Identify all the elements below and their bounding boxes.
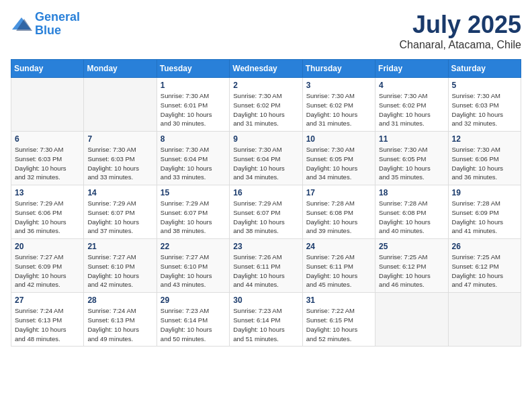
day-info: Sunrise: 7:23 AM Sunset: 6:14 PM Dayligh…	[161, 306, 226, 343]
logo: General Blue	[11, 11, 80, 38]
calendar-cell	[84, 78, 157, 132]
calendar-cell: 3Sunrise: 7:30 AM Sunset: 6:02 PM Daylig…	[302, 78, 375, 132]
calendar-cell: 2Sunrise: 7:30 AM Sunset: 6:02 PM Daylig…	[230, 78, 302, 132]
day-info: Sunrise: 7:24 AM Sunset: 6:13 PM Dayligh…	[87, 306, 152, 343]
calendar-cell: 14Sunrise: 7:29 AM Sunset: 6:07 PM Dayli…	[84, 185, 157, 239]
day-info: Sunrise: 7:30 AM Sunset: 6:06 PM Dayligh…	[452, 145, 517, 182]
calendar-table: SundayMondayTuesdayWednesdayThursdayFrid…	[11, 59, 521, 347]
day-info: Sunrise: 7:26 AM Sunset: 6:11 PM Dayligh…	[306, 253, 371, 289]
day-number: 2	[233, 81, 298, 90]
day-info: Sunrise: 7:28 AM Sunset: 6:08 PM Dayligh…	[306, 199, 371, 236]
calendar-cell: 27Sunrise: 7:24 AM Sunset: 6:13 PM Dayli…	[11, 293, 84, 347]
day-info: Sunrise: 7:30 AM Sunset: 6:02 PM Dayligh…	[379, 91, 444, 128]
day-number: 20	[15, 242, 80, 251]
weekday-header: Thursday	[302, 60, 375, 78]
day-info: Sunrise: 7:27 AM Sunset: 6:09 PM Dayligh…	[15, 253, 80, 289]
calendar-cell: 23Sunrise: 7:26 AM Sunset: 6:11 PM Dayli…	[230, 239, 302, 293]
day-number: 26	[452, 242, 517, 251]
location-title: Chanaral, Atacama, Chile	[400, 39, 521, 51]
day-info: Sunrise: 7:30 AM Sunset: 6:02 PM Dayligh…	[233, 91, 298, 128]
day-number: 30	[233, 295, 298, 305]
calendar-cell: 16Sunrise: 7:29 AM Sunset: 6:07 PM Dayli…	[230, 185, 302, 239]
day-info: Sunrise: 7:25 AM Sunset: 6:12 PM Dayligh…	[452, 253, 517, 289]
day-info: Sunrise: 7:29 AM Sunset: 6:06 PM Dayligh…	[15, 199, 80, 236]
calendar-cell: 5Sunrise: 7:30 AM Sunset: 6:03 PM Daylig…	[448, 78, 521, 132]
day-number: 9	[233, 134, 298, 144]
calendar-week-row: 6Sunrise: 7:30 AM Sunset: 6:03 PM Daylig…	[11, 132, 521, 185]
day-info: Sunrise: 7:24 AM Sunset: 6:13 PM Dayligh…	[15, 306, 80, 343]
weekday-header: Saturday	[448, 60, 521, 78]
day-number: 13	[15, 188, 80, 197]
calendar-cell: 6Sunrise: 7:30 AM Sunset: 6:03 PM Daylig…	[11, 132, 84, 185]
day-number: 29	[161, 295, 226, 305]
day-number: 1	[161, 81, 226, 90]
day-number: 7	[87, 134, 152, 144]
calendar-cell: 1Sunrise: 7:30 AM Sunset: 6:01 PM Daylig…	[157, 78, 229, 132]
calendar-cell: 18Sunrise: 7:28 AM Sunset: 6:08 PM Dayli…	[375, 185, 448, 239]
day-number: 31	[306, 295, 371, 305]
day-number: 8	[161, 134, 226, 144]
calendar-cell: 20Sunrise: 7:27 AM Sunset: 6:09 PM Dayli…	[11, 239, 84, 293]
day-info: Sunrise: 7:30 AM Sunset: 6:03 PM Dayligh…	[15, 145, 80, 182]
calendar-cell: 26Sunrise: 7:25 AM Sunset: 6:12 PM Dayli…	[448, 239, 521, 293]
calendar-cell: 24Sunrise: 7:26 AM Sunset: 6:11 PM Dayli…	[302, 239, 375, 293]
logo-icon	[11, 16, 32, 32]
calendar-cell: 31Sunrise: 7:22 AM Sunset: 6:15 PM Dayli…	[302, 293, 375, 347]
day-info: Sunrise: 7:30 AM Sunset: 6:01 PM Dayligh…	[161, 91, 226, 128]
day-info: Sunrise: 7:27 AM Sunset: 6:10 PM Dayligh…	[161, 253, 226, 289]
day-info: Sunrise: 7:30 AM Sunset: 6:03 PM Dayligh…	[452, 91, 517, 128]
day-info: Sunrise: 7:28 AM Sunset: 6:08 PM Dayligh…	[379, 199, 444, 236]
calendar-cell	[11, 78, 84, 132]
day-number: 6	[15, 134, 80, 144]
day-number: 3	[306, 81, 371, 90]
day-info: Sunrise: 7:30 AM Sunset: 6:02 PM Dayligh…	[306, 91, 371, 128]
title-block: July 2025 Chanaral, Atacama, Chile	[400, 11, 521, 51]
day-info: Sunrise: 7:30 AM Sunset: 6:05 PM Dayligh…	[379, 145, 444, 182]
day-info: Sunrise: 7:29 AM Sunset: 6:07 PM Dayligh…	[87, 199, 152, 236]
calendar-cell	[448, 293, 521, 347]
calendar-cell: 15Sunrise: 7:29 AM Sunset: 6:07 PM Dayli…	[157, 185, 229, 239]
day-number: 28	[87, 295, 152, 305]
day-number: 22	[161, 242, 226, 251]
day-number: 21	[87, 242, 152, 251]
day-info: Sunrise: 7:29 AM Sunset: 6:07 PM Dayligh…	[233, 199, 298, 236]
day-number: 5	[452, 81, 517, 90]
day-info: Sunrise: 7:30 AM Sunset: 6:03 PM Dayligh…	[87, 145, 152, 182]
day-number: 27	[15, 295, 80, 305]
calendar-cell: 10Sunrise: 7:30 AM Sunset: 6:05 PM Dayli…	[302, 132, 375, 185]
calendar-week-row: 27Sunrise: 7:24 AM Sunset: 6:13 PM Dayli…	[11, 293, 521, 347]
calendar-cell: 17Sunrise: 7:28 AM Sunset: 6:08 PM Dayli…	[302, 185, 375, 239]
day-number: 17	[306, 188, 371, 197]
day-info: Sunrise: 7:27 AM Sunset: 6:10 PM Dayligh…	[87, 253, 152, 289]
day-info: Sunrise: 7:30 AM Sunset: 6:05 PM Dayligh…	[306, 145, 371, 182]
day-number: 24	[306, 242, 371, 251]
calendar-cell: 13Sunrise: 7:29 AM Sunset: 6:06 PM Dayli…	[11, 185, 84, 239]
weekday-header-row: SundayMondayTuesdayWednesdayThursdayFrid…	[11, 60, 521, 78]
day-number: 23	[233, 242, 298, 251]
day-number: 25	[379, 242, 444, 251]
logo-text: General Blue	[35, 11, 80, 38]
day-number: 15	[161, 188, 226, 197]
weekday-header: Tuesday	[157, 60, 229, 78]
calendar-cell: 22Sunrise: 7:27 AM Sunset: 6:10 PM Dayli…	[157, 239, 229, 293]
calendar-week-row: 13Sunrise: 7:29 AM Sunset: 6:06 PM Dayli…	[11, 185, 521, 239]
weekday-header: Sunday	[11, 60, 84, 78]
month-title: July 2025	[400, 11, 521, 39]
calendar-week-row: 1Sunrise: 7:30 AM Sunset: 6:01 PM Daylig…	[11, 78, 521, 132]
day-info: Sunrise: 7:25 AM Sunset: 6:12 PM Dayligh…	[379, 253, 444, 289]
day-number: 19	[452, 188, 517, 197]
day-number: 16	[233, 188, 298, 197]
calendar-cell: 19Sunrise: 7:28 AM Sunset: 6:09 PM Dayli…	[448, 185, 521, 239]
calendar-cell: 12Sunrise: 7:30 AM Sunset: 6:06 PM Dayli…	[448, 132, 521, 185]
day-info: Sunrise: 7:29 AM Sunset: 6:07 PM Dayligh…	[161, 199, 226, 236]
calendar-cell: 9Sunrise: 7:30 AM Sunset: 6:04 PM Daylig…	[230, 132, 302, 185]
calendar-cell: 4Sunrise: 7:30 AM Sunset: 6:02 PM Daylig…	[375, 78, 448, 132]
calendar-cell: 28Sunrise: 7:24 AM Sunset: 6:13 PM Dayli…	[84, 293, 157, 347]
day-number: 10	[306, 134, 371, 144]
weekday-header: Friday	[375, 60, 448, 78]
day-number: 4	[379, 81, 444, 90]
weekday-header: Wednesday	[230, 60, 302, 78]
calendar-cell: 8Sunrise: 7:30 AM Sunset: 6:04 PM Daylig…	[157, 132, 229, 185]
calendar-cell: 29Sunrise: 7:23 AM Sunset: 6:14 PM Dayli…	[157, 293, 229, 347]
day-number: 11	[379, 134, 444, 144]
